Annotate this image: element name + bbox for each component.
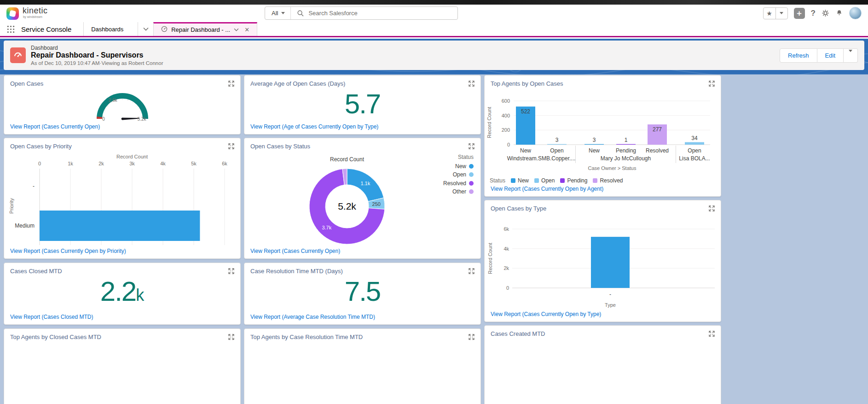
legend-item: New — [511, 177, 529, 184]
header-actions: ★ ＋ ? — [763, 7, 862, 19]
svg-text:2.6k: 2.6k — [109, 98, 118, 103]
app-name[interactable]: Service Console — [21, 22, 83, 36]
svg-text:Record Count: Record Count — [330, 156, 365, 163]
expand-icon[interactable] — [227, 267, 235, 276]
search-input[interactable] — [308, 10, 457, 17]
view-report-link[interactable]: View Report (Age of Cases Currently Open… — [250, 123, 378, 130]
tab-repair-dashboard[interactable]: Repair Dashboard - ... ✕ — [153, 22, 257, 36]
expand-icon[interactable] — [468, 142, 475, 152]
svg-text:0: 0 — [38, 161, 41, 166]
kinetic-logo-icon — [6, 7, 19, 20]
edit-button[interactable]: Edit — [817, 48, 844, 63]
search-scope-button[interactable]: All — [265, 7, 291, 19]
record-type-label: Dashboard — [31, 45, 163, 51]
favorites-caret-button[interactable] — [775, 8, 787, 19]
setup-gear-icon[interactable] — [822, 9, 829, 17]
widget-title: Top Agents by Open Cases — [491, 80, 563, 87]
legend-item: New — [455, 163, 474, 170]
navigation-tab-bar: Service Console Dashboards Repair Dashbo… — [0, 22, 868, 37]
user-avatar[interactable] — [849, 7, 862, 19]
tab-dashboards-label: Dashboards — [91, 26, 123, 33]
widget-title: Open Cases by Priority — [10, 143, 72, 150]
svg-text:200: 200 — [502, 127, 510, 133]
dashboards-tab-caret[interactable] — [138, 22, 153, 36]
global-search: All — [265, 6, 458, 20]
widget-title: Cases Created MTD — [491, 330, 545, 337]
dashboard-tab-icon — [161, 26, 168, 34]
favorites-star-button[interactable]: ★ — [764, 8, 775, 19]
more-actions-button[interactable] — [844, 48, 858, 63]
svg-text:Type: Type — [605, 302, 616, 308]
legend-item: Resolved — [593, 177, 623, 184]
legend-item: Resolved — [443, 180, 474, 187]
svg-text:Mary Jo McCullough: Mary Jo McCullough — [601, 155, 651, 162]
favorites-group: ★ — [763, 7, 788, 19]
legend-item: Other — [452, 188, 474, 195]
refresh-button[interactable]: Refresh — [780, 48, 817, 63]
expand-icon[interactable] — [468, 267, 475, 276]
view-report-link[interactable]: View Report (Cases Closed MTD) — [10, 314, 93, 320]
svg-text:4k: 4k — [160, 161, 166, 166]
view-report-link[interactable]: View Report (Cases Currently Open by Typ… — [491, 311, 601, 317]
global-header: kinetic by windstream All ★ ＋ ? — [0, 5, 868, 22]
card-open-cases-by-status: Open Cases by Status Record Count1.1k250… — [244, 138, 481, 259]
svg-text:1.1k: 1.1k — [360, 181, 370, 186]
svg-text:Case Owner > Status: Case Owner > Status — [588, 165, 637, 171]
view-report-link[interactable]: View Report (Cases Currently Open) — [250, 248, 340, 254]
chevron-down-icon[interactable] — [234, 28, 239, 31]
svg-text:6k: 6k — [503, 226, 509, 232]
expand-icon[interactable] — [708, 205, 716, 214]
svg-text:New: New — [520, 147, 531, 154]
legend-item: Open — [453, 171, 474, 178]
widget-title: Top Agents by Case Resolution Time MTD — [250, 334, 363, 340]
chevron-down-icon — [849, 50, 852, 59]
add-button[interactable]: ＋ — [794, 8, 805, 19]
expand-icon[interactable] — [468, 80, 475, 89]
widget-title: Top Agents by Closed Cases MTD — [10, 334, 101, 340]
tab-repair-dashboard-label: Repair Dashboard - ... — [171, 26, 230, 33]
expand-icon[interactable] — [227, 142, 235, 152]
expand-icon[interactable] — [227, 80, 235, 89]
svg-text:3.7k: 3.7k — [322, 225, 331, 230]
metric-value: 7.5 — [244, 277, 480, 310]
svg-text:1: 1 — [625, 137, 628, 143]
view-report-link[interactable]: View Report (Cases Currently Open by Age… — [491, 186, 603, 192]
chart-legend: StatusNewOpenPendingResolved — [490, 177, 623, 184]
svg-text:Record Count: Record Count — [486, 107, 492, 138]
legend-item: Open — [534, 177, 555, 184]
brand-tagline: by windstream — [23, 15, 48, 18]
view-report-link[interactable]: View Report (Cases Currently Open by Pri… — [10, 248, 126, 254]
expand-icon[interactable] — [708, 80, 716, 89]
widget-title: Open Cases by Status — [250, 143, 310, 150]
svg-text:2k: 2k — [98, 161, 104, 166]
tab-dashboards[interactable]: Dashboards — [83, 22, 138, 36]
expand-icon[interactable] — [227, 333, 235, 342]
card-top-agents-open-cases: Top Agents by Open Cases 0200400600522Ne… — [484, 75, 721, 197]
svg-text:400: 400 — [502, 113, 510, 118]
svg-text:Open: Open — [550, 147, 563, 154]
close-tab-icon[interactable]: ✕ — [244, 26, 249, 33]
screen: kinetic by windstream All ★ ＋ ? — [0, 0, 868, 404]
expand-icon[interactable] — [468, 333, 475, 342]
card-open-cases-by-priority: Open Cases by Priority Record Count01k2k… — [4, 138, 241, 259]
card-average-age-open-cases: Average Age of Open Cases (Days) 5.7 Vie… — [244, 75, 481, 135]
browser-chrome-strip — [0, 0, 868, 5]
chevron-down-icon — [780, 12, 783, 14]
help-icon[interactable]: ? — [811, 9, 816, 18]
expand-icon[interactable] — [708, 330, 716, 339]
svg-text:4k: 4k — [503, 246, 509, 252]
svg-text:Record Count: Record Count — [116, 154, 148, 159]
svg-text:3: 3 — [593, 137, 596, 143]
priority-bar-chart: Record Count01k2k3k4k5k6k-MediumPriority — [4, 152, 241, 260]
svg-text:0: 0 — [507, 142, 510, 147]
view-report-link[interactable]: View Report (Cases Currently Open) — [10, 123, 100, 130]
app-launcher-icon[interactable] — [0, 22, 21, 36]
svg-text:5k: 5k — [191, 161, 197, 166]
widget-title: Average Age of Open Cases (Days) — [250, 80, 345, 87]
card-cases-created-mtd: Cases Created MTD — [484, 325, 721, 404]
type-bar-chart: 02k4k6k-TypeRecord Count — [485, 219, 722, 317]
notifications-bell-icon[interactable] — [835, 9, 843, 17]
metric-value: 2.2k — [4, 277, 240, 310]
view-report-link[interactable]: View Report (Average Case Resolution Tim… — [250, 314, 375, 320]
dashboard-content: Dashboard Repair Dashboard - Supervisors… — [0, 39, 868, 404]
